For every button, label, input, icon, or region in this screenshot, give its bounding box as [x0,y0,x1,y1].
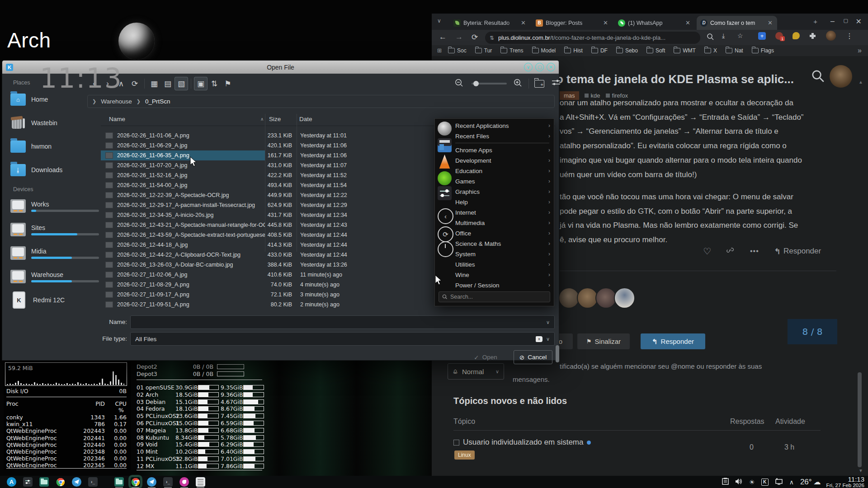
weather-cloud-icon[interactable]: ☁ [814,478,821,486]
bookmark-x[interactable]: X [704,47,717,54]
file-row[interactable]: 2026-02-26_13-26-03_A-Dolar-BC-cambio.jp… [101,260,347,270]
chrome-menu-icon[interactable]: ⋮ [846,32,853,40]
address-bar[interactable]: ⇅ plus.diolinux.com.br/t/como-fazer-o-te… [485,32,700,44]
file-row[interactable]: 2026-02-26_12-43-59_A-Spectacle-extract-… [101,230,347,240]
kdeconnect-tray-icon[interactable]: K [761,479,769,486]
menu-item-power-session[interactable]: Power / Session› [455,280,550,290]
file-list-scrollbar[interactable] [556,345,559,362]
weather-temperature[interactable]: 26° [800,478,812,487]
taskbar-icon-tweaks[interactable] [23,477,33,487]
file-row[interactable]: 2026-02-27_11-09-17_A.png72.1 KiB3 minut… [101,290,340,300]
tab-close-icon[interactable]: ✕ [520,19,527,26]
page-scrollbar[interactable] [858,372,862,467]
file-row[interactable]: 2026-02-26_12-34-35_A-inicio-20s.jpg431.… [101,210,347,220]
participant-avatar[interactable] [595,287,617,309]
clipboard-tray-icon[interactable] [722,478,729,486]
flag-button[interactable]: ⚑Sinalizar [577,333,630,349]
menu-item-help[interactable]: Help› [455,197,550,207]
bookmark-hist[interactable]: Hist [564,47,583,54]
file-row[interactable]: 2026-02-26_12-29-17_A-pacman-install-Tes… [101,200,347,210]
topic-tag-linux[interactable]: Linux [454,450,475,460]
bookmark-nat[interactable]: Nat [726,47,743,54]
dialog-icons-view-icon[interactable]: ▦ [147,77,161,90]
install-icon[interactable]: ⤓ [722,32,725,40]
tab-close-icon[interactable]: ✕ [684,19,691,26]
taskbar-icon-file-manager[interactable] [39,477,49,487]
menu-item-wine[interactable]: Wine› [455,270,550,280]
dialog-reload-icon[interactable]: ⟳ [128,77,142,90]
menu-item-chrome-apps[interactable]: Chrome Apps› [455,145,550,155]
dialog-close-icon[interactable]: ✕ [547,63,555,71]
participant-avatar[interactable] [577,287,598,309]
participant-avatar[interactable] [614,287,635,309]
tab-close-icon[interactable]: ✕ [602,19,609,26]
bookmark-wmt[interactable]: WMT [674,47,696,54]
bookmarks-overflow-icon[interactable]: » [858,47,862,55]
menu-item-multimedia[interactable]: Multimedia› [455,218,550,228]
taskbar-icon-arch-launcher[interactable]: A [7,477,16,487]
zoom-search-icon[interactable] [707,33,714,42]
bookmark-tur[interactable]: Tur [475,47,492,54]
device-works[interactable]: Works [5,194,99,218]
device-sites[interactable]: Sites [5,218,99,241]
file-row[interactable]: 2026-02-26_11-01-06_A.png233.1 KiBYester… [101,131,347,141]
taskbar-icon-file-manager[interactable] [114,477,124,487]
options-icon[interactable] [552,79,561,88]
profile-avatar[interactable] [826,31,836,41]
window-close-button[interactable]: ✕ [856,17,862,26]
volume-tray-icon[interactable] [735,478,743,486]
menu-item-graphics[interactable]: Graphics› [455,187,550,197]
breadcrumb[interactable]: ❯ Warehouse ❯ 0_PrtScn [87,95,555,108]
topic-row[interactable]: Usuario individualizado em sistemaLinux0… [453,438,821,447]
taskbar-icon-chrome[interactable] [56,477,65,487]
menu-item-system[interactable]: System› [455,249,550,259]
taskbar-icon-telegram[interactable] [72,477,81,487]
extension-blue-plus-icon[interactable]: + [758,32,766,40]
column-name[interactable]: Name [109,116,125,122]
bookmark-flags[interactable]: Flags [752,47,774,54]
menu-item-office[interactable]: Office› [455,228,550,238]
dialog-details-view-icon[interactable]: ▤ [161,77,175,90]
window-minimize-button[interactable]: – [830,17,835,25]
timeline-indicator[interactable]: 8 / 8 [788,319,837,344]
file-row[interactable]: 2026-02-26_11-54-00_A.jpg493.4 KiBYester… [101,180,347,190]
taskbar-icon-terminal[interactable]: ›_ [163,477,173,487]
scroll-down-icon[interactable]: ▼ [859,468,863,473]
site-settings-icon[interactable]: ⇅ [490,35,494,41]
place-hwmon[interactable]: hwmon [5,135,99,158]
brightness-tray-icon[interactable]: ☀ [749,479,755,486]
breadcrumb-current[interactable]: 0_PrtScn [145,98,170,105]
tray-expander-icon[interactable]: ∧ [789,479,794,486]
taskbar-icon-telegram[interactable] [147,477,156,487]
bookmark-df[interactable]: DF [591,47,608,54]
like-heart-icon[interactable]: ♡ [703,246,711,257]
file-row[interactable]: 2026-02-26_12-44-18_A.jpg414.3 KiBYester… [101,240,347,250]
dialog-preview-icon[interactable]: ▣ [194,77,208,90]
apps-grid-icon[interactable]: ⊞ [437,47,442,54]
taskbar-icon-media-viewer[interactable] [179,477,189,487]
file-type-select[interactable]: All Files x ∨ [130,332,555,346]
link-share-icon[interactable] [726,246,735,256]
zoom-slider[interactable] [472,83,507,84]
tab-blogger-posts[interactable]: BBlogger: Posts✕ [532,16,613,30]
dialog-sort-icon[interactable]: ⇅ [208,77,221,90]
taskbar-icon-text-editor[interactable] [196,477,205,487]
file-row[interactable]: 2026-02-26_11-06-29_A.jpg420.1 KiBYester… [101,141,347,150]
tab-byteria-resultado[interactable]: Byteria: Resultado✕ [450,16,530,30]
dialog-minimize-icon[interactable]: ∨ [524,63,533,71]
file-row[interactable]: 2026-02-26_12-43-21_A-Spectacle-manual-r… [101,220,347,230]
topic-author-avatar[interactable] [830,65,852,88]
topic-search-icon[interactable] [811,69,825,85]
menu-item-development[interactable]: Development› [455,155,550,165]
file-row[interactable]: 2026-02-26_11-07-20_A.jpg431.0 KiBYester… [101,160,347,170]
extension-yellow-icon[interactable] [793,32,800,39]
new-tab-button[interactable]: + [813,18,817,25]
bookmark-model[interactable]: Model [532,47,556,54]
unread-topic-title[interactable]: Usuario individualizado em sistema [453,438,821,447]
taskbar-icon-terminal[interactable]: ›_ [88,477,98,487]
file-row[interactable]: 2026-02-27_11-08-29_A.png74.0 KiB4 minut… [101,280,340,290]
tab-close-icon[interactable]: ✕ [767,19,774,26]
file-row[interactable]: 2026-02-27_11-09-51_A.png80.2 KiB2 minut… [101,300,340,310]
column-size[interactable]: Size [269,116,281,122]
menu-item-recent-applications[interactable]: Recent Applications› [455,121,550,131]
